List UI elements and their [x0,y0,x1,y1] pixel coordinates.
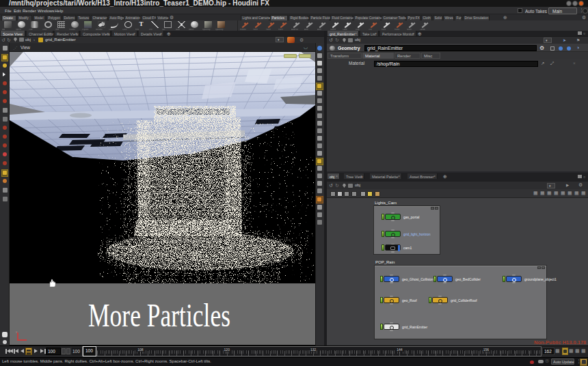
svg-text:More Particles: More Particles [88,299,230,333]
